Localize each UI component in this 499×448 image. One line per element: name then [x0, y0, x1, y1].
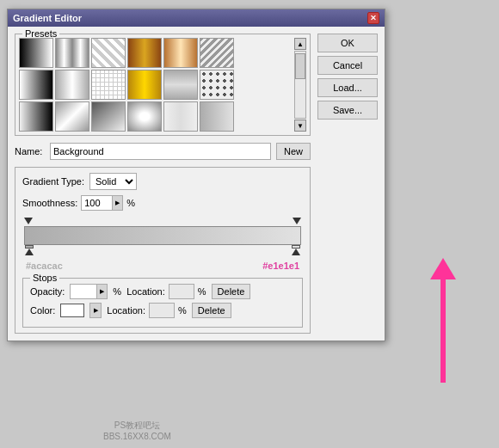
save-button[interactable]: Save...	[317, 101, 378, 120]
color-label-left: #acacac	[26, 261, 63, 271]
dialog-title: Gradient Editor	[13, 13, 82, 23]
stops-group: Stops Opacity: ▶ % Location: %	[22, 278, 303, 328]
title-bar: Gradient Editor ✕	[8, 9, 385, 27]
preset-item[interactable]	[55, 101, 89, 132]
preset-item[interactable]	[163, 70, 198, 100]
preset-item[interactable]	[200, 70, 234, 100]
preset-item[interactable]	[163, 101, 198, 132]
opacity-arrow[interactable]: ▶	[96, 285, 107, 298]
stop-top-left[interactable]	[24, 218, 33, 226]
color-delete-button[interactable]: Delete	[192, 303, 231, 318]
arrow-head	[430, 258, 456, 279]
name-row: Name: New	[15, 143, 311, 160]
presets-grid-wrapper: ▲ ▼	[19, 38, 306, 132]
opacity-input[interactable]	[71, 285, 96, 298]
gradient-stops-bottom	[22, 245, 303, 255]
scroll-track	[294, 51, 306, 119]
name-input[interactable]	[50, 143, 271, 160]
preset-item[interactable]	[127, 101, 162, 132]
load-button[interactable]: Load...	[317, 78, 378, 97]
right-panel: OK Cancel Load... Save...	[317, 34, 378, 334]
opacity-location-label: Location:	[126, 286, 165, 297]
preset-item[interactable]	[19, 38, 53, 68]
arrow-shaft	[440, 279, 446, 383]
cancel-button[interactable]: Cancel	[317, 56, 378, 75]
left-panel: Presets	[15, 34, 311, 334]
stops-label: Stops	[30, 273, 59, 283]
gradient-editor-dialog: Gradient Editor ✕ Presets	[7, 9, 385, 341]
presets-grid	[19, 38, 293, 132]
color-labels: #acacac #e1e1e1	[22, 259, 303, 273]
preset-item[interactable]	[91, 101, 126, 132]
stop-arrow-down-left	[24, 218, 33, 224]
preset-item[interactable]	[91, 38, 126, 68]
color-row-label: Color:	[30, 305, 55, 316]
preset-item[interactable]	[200, 101, 234, 132]
stop-arrow-up-left	[25, 249, 34, 255]
smoothness-arrow[interactable]: ▶	[112, 196, 122, 210]
dialog-body: Presets	[8, 27, 385, 341]
preset-item[interactable]	[55, 38, 89, 68]
color-location-wrap: Location: %	[107, 303, 186, 318]
gradient-stops-top	[22, 218, 303, 226]
color-swatch[interactable]	[60, 304, 84, 317]
ok-button[interactable]: OK	[317, 34, 378, 52]
scroll-up-button[interactable]: ▲	[294, 38, 306, 50]
smoothness-row: Smoothness: ▶ %	[22, 195, 303, 211]
preset-item[interactable]	[19, 70, 53, 100]
stop-bottom-right[interactable]	[291, 245, 301, 255]
gradient-type-group: Gradient Type: Solid Noise Smoothness: ▶…	[15, 167, 311, 334]
preset-item[interactable]	[19, 101, 53, 132]
pink-arrow	[430, 258, 456, 383]
gradient-type-label: Gradient Type:	[22, 176, 84, 187]
new-button[interactable]: New	[276, 143, 311, 160]
close-button[interactable]: ✕	[367, 12, 379, 24]
color-location-label: Location:	[107, 305, 145, 316]
opacity-row: Opacity: ▶ % Location: % Delete	[30, 284, 295, 299]
smoothness-input-wrap: ▶	[81, 195, 123, 211]
stop-bottom-left[interactable]	[24, 245, 34, 255]
scroll-down-button[interactable]: ▼	[294, 120, 306, 132]
color-label-right: #e1e1e1	[262, 261, 299, 271]
stop-arrow-up-right	[292, 249, 300, 255]
opacity-location-wrap: Location: %	[126, 284, 206, 299]
smoothness-unit: %	[126, 198, 135, 208]
gradient-bar[interactable]	[24, 226, 301, 245]
opacity-delete-button[interactable]: Delete	[212, 284, 251, 299]
scroll-thumb[interactable]	[295, 53, 305, 79]
presets-group: Presets	[15, 34, 311, 136]
opacity-location-unit: %	[198, 286, 206, 297]
color-location-input[interactable]	[149, 303, 175, 318]
color-location-unit: %	[178, 305, 187, 316]
opacity-input-wrap: ▶	[70, 284, 108, 299]
opacity-location-input[interactable]	[169, 284, 194, 299]
watermark-line1: PS教程吧坛	[103, 420, 171, 432]
gradient-type-select[interactable]: Solid Noise	[89, 173, 137, 190]
opacity-unit: %	[113, 286, 121, 297]
preset-item[interactable]	[200, 38, 234, 68]
gradient-bar-section	[22, 218, 303, 255]
smoothness-input[interactable]	[82, 196, 112, 210]
name-label: Name:	[15, 146, 45, 156]
type-row: Gradient Type: Solid Noise	[22, 173, 303, 190]
opacity-label: Opacity:	[30, 286, 65, 297]
preset-item[interactable]	[163, 38, 198, 68]
preset-item[interactable]	[127, 70, 162, 100]
presets-scrollbar: ▲ ▼	[294, 38, 306, 132]
preset-item[interactable]	[91, 70, 126, 100]
watermark-line2: BBS.16XX8.COM	[103, 432, 171, 441]
preset-item[interactable]	[55, 70, 89, 100]
preset-item[interactable]	[127, 38, 162, 68]
smoothness-label: Smoothness:	[22, 198, 77, 208]
stop-arrow-down-right	[293, 218, 301, 224]
color-row: Color: ▶ Location: % Delete	[30, 303, 295, 318]
stop-top-right[interactable]	[293, 218, 301, 226]
color-arrow[interactable]: ▶	[89, 303, 102, 318]
watermark: PS教程吧坛 BBS.16XX8.COM	[103, 420, 171, 441]
